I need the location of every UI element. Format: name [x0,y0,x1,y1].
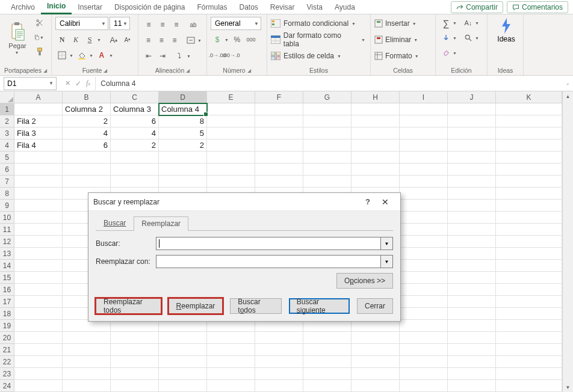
fill-button[interactable] [439,32,453,44]
cell[interactable] [207,344,255,356]
cancel-formula-icon[interactable]: ✕ [65,79,70,87]
column-header[interactable]: H [352,91,400,103]
cell[interactable] [496,344,562,356]
cell[interactable] [352,152,400,164]
cell[interactable] [448,164,496,176]
font-size-combo[interactable]: 11▼ [110,17,130,30]
column-header[interactable]: E [207,91,255,103]
clear-button[interactable] [439,47,453,59]
cell[interactable] [496,368,562,380]
cell[interactable] [400,139,448,152]
font-color-button[interactable]: A [95,49,108,61]
cell[interactable] [111,176,159,188]
cell[interactable]: 5 [159,127,207,139]
cell[interactable] [448,127,496,139]
cell[interactable] [496,248,562,260]
cell[interactable] [448,103,496,115]
ideas-button[interactable]: Ideas [491,17,521,43]
chevron-down-icon[interactable]: ▼ [88,49,94,61]
cell[interactable] [400,212,448,224]
cell[interactable] [400,368,448,380]
cell[interactable] [352,332,400,344]
cell[interactable] [400,260,448,272]
cell[interactable] [448,224,496,236]
cell[interactable] [255,103,303,115]
chevron-down-icon[interactable]: ▼ [68,49,75,61]
align-top-button[interactable]: ≡ [142,19,155,31]
row-header[interactable]: 22 [0,356,14,368]
cell[interactable] [496,103,562,115]
chevron-down-icon[interactable]: ▼ [451,21,458,25]
enter-formula-icon[interactable]: ✓ [75,79,81,88]
cell[interactable] [496,139,562,152]
cell[interactable] [448,212,496,224]
cell[interactable] [14,212,63,224]
cell[interactable] [352,127,400,139]
cell[interactable] [207,164,255,176]
column-header[interactable]: B [63,91,111,103]
cell[interactable] [111,368,159,380]
scroll-down-icon[interactable]: ▼ [563,382,573,392]
cut-button[interactable] [34,17,46,29]
cell[interactable] [303,332,352,344]
row-header[interactable]: 1 [0,103,14,115]
cell[interactable] [400,356,448,368]
cell[interactable] [14,176,63,188]
cell[interactable] [352,344,400,356]
cell[interactable] [352,380,400,392]
cell[interactable] [14,200,63,212]
column-header[interactable]: D [159,91,207,103]
row-header[interactable]: 12 [0,236,14,248]
find-next-button[interactable]: Buscar siguiente [289,298,350,314]
cell[interactable] [352,176,400,188]
column-header[interactable]: J [448,91,496,103]
cell[interactable] [255,332,303,344]
cell[interactable] [448,152,496,164]
cell[interactable] [111,344,159,356]
row-header[interactable]: 14 [0,260,14,272]
cell[interactable] [400,127,448,139]
cell[interactable] [14,260,63,272]
cell[interactable]: 8 [159,115,207,127]
cell[interactable] [496,308,562,320]
cell[interactable] [14,308,63,320]
chevron-down-icon[interactable]: ▼ [474,36,480,40]
cell[interactable] [63,344,111,356]
select-all-corner[interactable] [0,91,14,103]
cell[interactable]: 2 [159,139,207,152]
cell[interactable] [111,380,159,392]
cell[interactable] [14,332,63,344]
cell[interactable] [63,356,111,368]
cell[interactable] [496,320,562,332]
autosum-button[interactable]: ∑ [439,17,453,29]
cell[interactable] [159,320,207,332]
cell[interactable] [352,368,400,380]
bold-button[interactable]: N [55,34,69,46]
cell[interactable] [400,164,448,176]
cell[interactable] [255,164,303,176]
cell[interactable] [14,188,63,200]
align-right-button[interactable]: ≡ [169,34,181,46]
accounting-button[interactable]: $ [211,34,224,46]
chevron-down-icon[interactable]: ▼ [185,50,192,62]
number-format-combo[interactable]: General▼ [211,17,261,30]
cell[interactable] [496,188,562,200]
underline-button[interactable]: S [83,34,96,46]
cell[interactable] [496,296,562,308]
cell[interactable] [159,332,207,344]
cell[interactable] [111,356,159,368]
cell[interactable] [448,236,496,248]
orientation-button[interactable]: ⤵ [173,50,186,62]
cell[interactable] [496,164,562,176]
cell[interactable] [352,115,400,127]
cell[interactable]: 4 [63,127,111,139]
cell[interactable]: 4 [111,127,159,139]
cell[interactable] [63,368,111,380]
cell[interactable] [400,284,448,296]
cell-styles-button[interactable]: Estilos de celda▼ [271,49,367,63]
cell[interactable] [400,296,448,308]
cell[interactable] [303,103,352,115]
cell[interactable] [352,139,400,152]
cell[interactable] [352,164,400,176]
format-cells-button[interactable]: Formato▼ [374,49,432,63]
